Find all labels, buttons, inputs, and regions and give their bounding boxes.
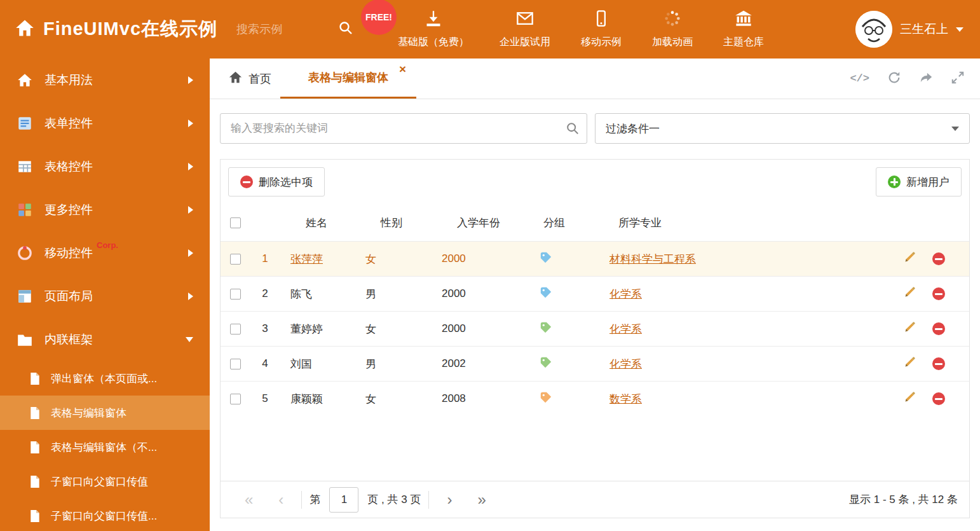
table-icon xyxy=(17,158,33,175)
divider xyxy=(428,491,429,509)
divider xyxy=(301,491,302,509)
tab-home[interactable]: 首页 xyxy=(229,59,271,99)
spinner-icon xyxy=(664,10,681,30)
header-nav: FREE! 基础版（免费） 企业版试用 移动示例 加载动画 xyxy=(398,10,764,49)
app-title: FineUIMvc在线示例 xyxy=(43,17,217,42)
column-header-group: 分组 xyxy=(528,216,599,230)
major-link[interactable]: 数学系 xyxy=(609,393,642,405)
grid-toolbar: 删除选中项 新增用户 xyxy=(221,160,969,204)
home-icon xyxy=(15,18,34,40)
page-suffix: 页 , 共 3 页 xyxy=(367,492,421,507)
search-icon[interactable] xyxy=(566,121,580,138)
edit-icon[interactable] xyxy=(904,391,916,406)
tag-icon xyxy=(540,286,552,302)
select-all-checkbox[interactable] xyxy=(230,217,241,228)
table-row[interactable]: 3 董婷婷 女 2000 化学系 xyxy=(221,311,969,346)
tab-active-label: 表格与编辑窗体 xyxy=(308,70,388,85)
add-user-button[interactable]: 新增用户 xyxy=(876,167,962,197)
nav-enterprise-trial[interactable]: 企业版试用 xyxy=(500,10,550,49)
edit-icon[interactable] xyxy=(904,251,916,266)
year-cell: 2000 xyxy=(439,287,528,300)
refresh-icon[interactable] xyxy=(887,71,901,87)
sidebar-item-basic-usage[interactable]: 基本用法 xyxy=(0,59,210,102)
edit-icon[interactable] xyxy=(904,286,916,301)
nav-label: 加载动画 xyxy=(652,36,693,49)
sidebar-item-grid-controls[interactable]: 表格控件 xyxy=(0,145,210,188)
edit-icon[interactable] xyxy=(904,356,916,371)
next-page-icon[interactable]: › xyxy=(434,492,465,507)
edit-icon[interactable] xyxy=(904,321,916,336)
file-icon xyxy=(29,406,41,420)
sidebar-subitem-grid-edit-window-2[interactable]: 表格与编辑窗体（不... xyxy=(0,430,210,464)
expand-icon[interactable] xyxy=(951,71,965,87)
tab-grid-edit-window[interactable]: 表格与编辑窗体 × xyxy=(280,59,416,99)
tag-icon xyxy=(540,391,552,407)
nav-mobile-demo[interactable]: 移动示例 xyxy=(581,10,622,49)
sidebar-subitem-grid-edit-window[interactable]: 表格与编辑窗体 xyxy=(0,396,210,430)
nav-theme-repo[interactable]: 主题仓库 xyxy=(723,10,764,49)
sidebar-subitem-child-to-parent[interactable]: 子窗口向父窗口传值 xyxy=(0,464,210,499)
filter-dropdown[interactable]: 过滤条件一 xyxy=(595,113,970,144)
table-row[interactable]: 5 康颖颖 女 2008 数学系 xyxy=(221,381,969,416)
student-name-link[interactable]: 陈飞 xyxy=(290,288,312,300)
student-name-link[interactable]: 董婷婷 xyxy=(290,323,323,335)
last-page-icon[interactable]: » xyxy=(465,492,498,507)
table-row[interactable]: 2 陈飞 男 2000 化学系 xyxy=(221,276,969,311)
student-name-link[interactable]: 康颖颖 xyxy=(290,393,323,405)
major-link[interactable]: 化学系 xyxy=(609,358,642,370)
sidebar-item-label: 移动控件 xyxy=(44,245,93,261)
forward-icon[interactable] xyxy=(919,71,933,87)
year-cell: 2002 xyxy=(439,357,528,370)
row-checkbox[interactable] xyxy=(230,324,241,334)
prev-page-icon[interactable]: ‹ xyxy=(266,492,296,507)
chevron-down-icon xyxy=(951,127,959,131)
close-icon[interactable]: × xyxy=(399,63,406,75)
nav-basic-free[interactable]: FREE! 基础版（免费） xyxy=(398,10,469,49)
sidebar-item-iframe[interactable]: 内联框架 xyxy=(0,318,210,361)
home-icon xyxy=(229,71,242,87)
sidebar-item-more-controls[interactable]: 更多控件 xyxy=(0,188,210,231)
year-cell: 2000 xyxy=(439,322,528,335)
first-page-icon[interactable]: « xyxy=(232,492,266,507)
delete-icon[interactable] xyxy=(932,322,945,335)
chevron-right-icon xyxy=(188,120,193,127)
page-prefix: 第 xyxy=(310,492,320,507)
record-summary: 显示 1 - 5 条 , 共 12 条 xyxy=(849,492,958,507)
sidebar-subitem-popup-window[interactable]: 弹出窗体（本页面或... xyxy=(0,361,210,396)
delete-icon[interactable] xyxy=(932,357,945,370)
row-checkbox[interactable] xyxy=(230,394,241,404)
major-link[interactable]: 化学系 xyxy=(609,288,642,300)
nav-loading-animation[interactable]: 加载动画 xyxy=(652,10,693,49)
header-search-input[interactable] xyxy=(236,23,332,36)
source-code-icon[interactable]: </> xyxy=(850,72,869,85)
user-menu[interactable]: 三生石上 xyxy=(855,11,963,48)
major-link[interactable]: 材料科学与工程系 xyxy=(609,253,696,265)
search-icon[interactable] xyxy=(338,20,353,38)
sidebar-item-mobile-controls[interactable]: 移动控件 Corp. xyxy=(0,231,210,275)
student-name-link[interactable]: 刘国 xyxy=(290,358,312,370)
page-number-input[interactable] xyxy=(329,487,358,513)
sidebar-item-form-controls[interactable]: 表单控件 xyxy=(0,102,210,145)
keyword-search-input[interactable] xyxy=(220,113,587,144)
delete-icon[interactable] xyxy=(932,252,945,265)
sidebar-item-page-layout[interactable]: 页面布局 xyxy=(0,275,210,318)
chevron-right-icon xyxy=(188,163,193,170)
app-brand[interactable]: FineUIMvc在线示例 xyxy=(15,17,217,42)
major-link[interactable]: 化学系 xyxy=(609,323,642,335)
table-row[interactable]: 1 张萍萍 女 2000 材料科学与工程系 xyxy=(221,241,969,276)
add-user-label: 新增用户 xyxy=(906,175,949,190)
row-checkbox[interactable] xyxy=(230,359,241,369)
tag-icon xyxy=(540,356,552,372)
row-index: 5 xyxy=(250,392,280,405)
gender-cell: 男 xyxy=(363,357,439,371)
sidebar-subitem-child-to-parent-2[interactable]: 子窗口向父窗口传值... xyxy=(0,499,210,531)
table-row[interactable]: 4 刘国 男 2002 化学系 xyxy=(221,346,969,381)
app-header: FineUIMvc在线示例 FREE! 基础版（免费） 企业版试用 移动示例 xyxy=(0,0,980,59)
row-checkbox[interactable] xyxy=(230,254,241,265)
delete-icon[interactable] xyxy=(932,287,945,300)
delete-selected-button[interactable]: 删除选中项 xyxy=(228,167,325,197)
delete-icon[interactable] xyxy=(932,392,945,405)
chevron-right-icon xyxy=(188,249,193,257)
row-checkbox[interactable] xyxy=(230,289,241,300)
student-name-link[interactable]: 张萍萍 xyxy=(290,253,323,265)
